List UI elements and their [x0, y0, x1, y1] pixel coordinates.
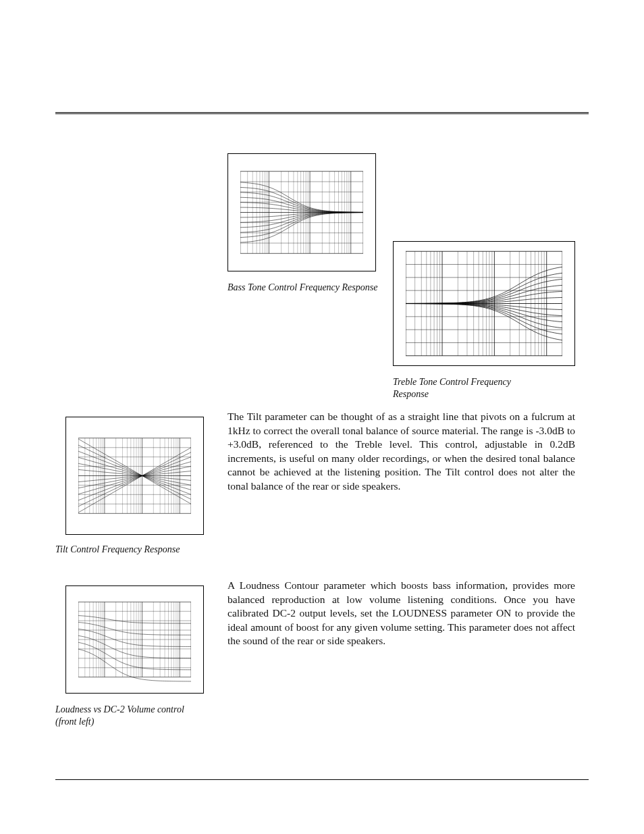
treble-chart — [393, 241, 575, 366]
bass-caption: Bass Tone Control Frequency Response — [227, 282, 390, 294]
bass-chart-svg — [240, 162, 363, 263]
bottom-rule — [55, 779, 589, 780]
treble-chart-svg — [406, 250, 562, 357]
tilt-paragraph: The Tilt parameter can be thought of as … — [227, 410, 575, 494]
loudness-paragraph: A Loudness Contour parameter which boost… — [227, 579, 575, 648]
tilt-caption: Tilt Control Frequency Response — [55, 544, 211, 556]
tilt-chart-svg — [78, 425, 191, 526]
loudness-chart — [65, 585, 204, 694]
top-rule — [55, 112, 589, 114]
treble-caption: Treble Tone Control Frequency Response — [393, 376, 535, 400]
bass-chart — [227, 153, 376, 271]
tilt-chart — [65, 417, 204, 535]
loudness-caption: Loudness vs DC-2 Volume control (front l… — [55, 704, 200, 727]
loudness-chart-svg — [78, 594, 191, 685]
